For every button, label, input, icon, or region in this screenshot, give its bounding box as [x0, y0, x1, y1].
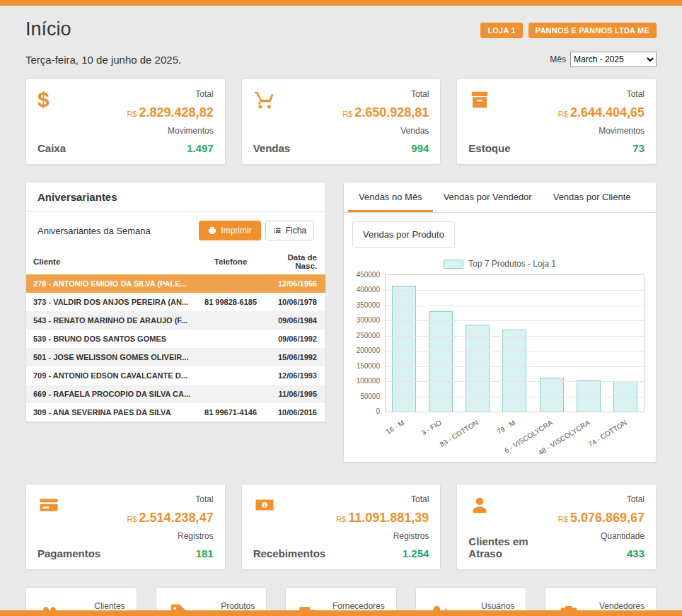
total-label: Total: [127, 494, 213, 504]
table-row[interactable]: 309 - ANA SEVERINA PAES DA SILVA81 99671…: [26, 403, 325, 422]
count-label: Quantidade: [558, 531, 645, 541]
table-row[interactable]: 373 - VALDIR DOS ANJOS PEREIRA (AN...81 …: [26, 293, 325, 311]
chart-y-axis: 0500001000001500002000002500003000003500…: [347, 274, 385, 412]
chart-plot: [385, 274, 645, 412]
count-value: 433: [558, 547, 645, 559]
chart-x-label: 16 - M: [384, 419, 405, 436]
total-amount: R$2.644.404,65: [558, 105, 645, 120]
mid-stat-cards: Pagamentos Total R$2.514.238,47 Registro…: [25, 484, 657, 570]
col-nascimento: Data de Nasc.: [264, 249, 325, 274]
chart-bar: [540, 378, 564, 412]
table-row[interactable]: 669 - RAFAELA PROCOPIO DA SILVA CA...11/…: [26, 385, 325, 403]
y-tick-label: 450000: [357, 271, 380, 279]
total-label: Total: [127, 89, 213, 99]
card-title: Clientes em Atraso: [468, 535, 557, 559]
birthdays-card: Aniversariantes Aniversariantes da Seman…: [25, 182, 326, 422]
y-tick-label: 250000: [357, 331, 380, 339]
box-icon: [468, 89, 510, 112]
dollar-icon: $: [37, 89, 66, 112]
y-tick-label: 150000: [357, 361, 380, 369]
legend-label: Top 7 Produtos - Loja 1: [468, 259, 556, 269]
total-label: Total: [558, 494, 645, 504]
mini-label: Clientes: [94, 601, 125, 611]
month-select[interactable]: March - 2025: [570, 52, 657, 67]
table-row[interactable]: 501 - JOSE WELISSON GOMES OLIVEIR...15/0…: [26, 348, 325, 366]
month-label: Mês: [550, 54, 566, 64]
ficha-button[interactable]: Ficha: [265, 221, 314, 240]
birthdays-title: Aniversariantes: [26, 182, 325, 212]
mini-label: Vendedores: [599, 601, 645, 611]
company-badge[interactable]: PANNOS E PANNOS LTDA ME: [528, 23, 657, 38]
chart-legend: Top 7 Produtos - Loja 1: [344, 259, 656, 269]
tab-vendas-por-vendedor[interactable]: Vendas por Vendedor: [433, 182, 543, 212]
money-bill-icon: 1: [253, 494, 326, 517]
y-tick-label: 100000: [357, 377, 380, 385]
top-stat-cards: $ Caixa Total R$2.829.428,82 Movimentos …: [25, 79, 657, 165]
credit-card-icon: [37, 494, 100, 517]
subtab-vendas-por-produto[interactable]: Vendas por Produto: [352, 221, 455, 248]
mini-label: Fornecedores: [333, 601, 385, 611]
page-title: Início: [25, 18, 71, 40]
card-title: Pagamentos: [37, 547, 100, 559]
clientes-em-atraso-card: Clientes em Atraso Total R$5.076.869,67 …: [456, 484, 657, 570]
chart-bar: [466, 325, 490, 412]
pagamentos-card: Pagamentos Total R$2.514.238,47 Registro…: [25, 484, 226, 570]
y-tick-label: 0: [376, 407, 380, 415]
card-title: Estoque: [468, 142, 510, 154]
count-label: Movimentos: [558, 126, 645, 136]
count-value: 1.254: [336, 547, 429, 559]
middle-section: Aniversariantes Aniversariantes da Seman…: [25, 182, 657, 463]
card-title: Vendas: [253, 142, 291, 154]
estoque-card: Estoque Total R$2.644.404,65 Movimentos …: [456, 79, 657, 165]
chart-x-label: 3 - FIO: [420, 419, 442, 437]
chart-bar: [392, 286, 416, 412]
chart-x-label: 79 - M: [496, 419, 517, 436]
total-label: Total: [336, 494, 429, 504]
svg-text:1: 1: [262, 502, 266, 509]
sales-panel: Vendas no Mês Vendas por Vendedor Vendas…: [343, 182, 657, 463]
birthdays-subtitle: Aniversariantes da Semana: [37, 226, 151, 236]
table-row[interactable]: 539 - BRUNO DOS SANTOS GOMES09/06/1992: [26, 330, 325, 348]
table-row[interactable]: 278 - ANTONIO EMIDIO DA SILVA (PALE...12…: [26, 274, 325, 293]
table-row[interactable]: 543 - RENATO MARINHO DE ARAUJO (F...09/0…: [26, 311, 325, 330]
store-badge[interactable]: LOJA 1: [480, 23, 522, 38]
month-filter: Mês March - 2025: [550, 52, 657, 67]
table-row[interactable]: 709 - ANTONIO EDSON CAVALCANTE D...12/06…: [26, 366, 325, 385]
person-icon: [468, 494, 557, 517]
date-row: Terça-feira, 10 de junho de 2025. Mês Ma…: [25, 52, 657, 67]
birthdays-table: Cliente Telefone Data de Nasc. 278 - ANT…: [26, 249, 325, 422]
printer-icon: [208, 226, 216, 235]
count-value: 1.497: [127, 142, 213, 154]
vendas-card: Vendas Total R$2.650.928,81 Vendas 994: [241, 79, 441, 165]
recebimentos-card: 1 Recebimentos Total R$11.091.881,39 Reg…: [241, 484, 441, 570]
count-value: 181: [127, 547, 213, 559]
bar-chart: 0500001000001500002000002500003000003500…: [344, 274, 656, 449]
total-amount: R$2.829.428,82: [127, 105, 213, 120]
count-label: Movimentos: [127, 126, 213, 136]
count-value: 73: [558, 142, 645, 154]
y-tick-label: 50000: [360, 392, 380, 400]
header: Início LOJA 1 PANNOS E PANNOS LTDA ME: [25, 18, 657, 40]
total-amount: R$11.091.881,39: [336, 511, 429, 525]
total-label: Total: [342, 89, 429, 99]
tab-vendas-no-mes[interactable]: Vendas no Mês: [348, 182, 433, 212]
tab-vendas-por-cliente[interactable]: Vendas por Cliente: [543, 182, 642, 212]
list-icon: [273, 226, 282, 235]
total-label: Total: [558, 89, 645, 99]
total-amount: R$2.514.238,47: [127, 511, 213, 525]
count-value: 994: [342, 142, 429, 154]
y-tick-label: 350000: [357, 301, 380, 308]
chart-bar: [502, 330, 526, 412]
print-button[interactable]: Imprimir: [199, 221, 260, 240]
sales-tabs: Vendas no Mês Vendas por Vendedor Vendas…: [344, 182, 656, 213]
y-tick-label: 400000: [357, 286, 380, 294]
count-label: Registros: [336, 531, 429, 541]
col-telefone: Telefone: [197, 249, 264, 274]
bottom-accent-bar: [0, 610, 682, 616]
card-title: Recebimentos: [253, 547, 326, 559]
col-cliente: Cliente: [26, 249, 197, 274]
legend-swatch: [444, 260, 463, 269]
top-accent-bar: [0, 0, 682, 6]
cart-icon: [253, 89, 291, 112]
card-title: Caixa: [37, 142, 66, 154]
